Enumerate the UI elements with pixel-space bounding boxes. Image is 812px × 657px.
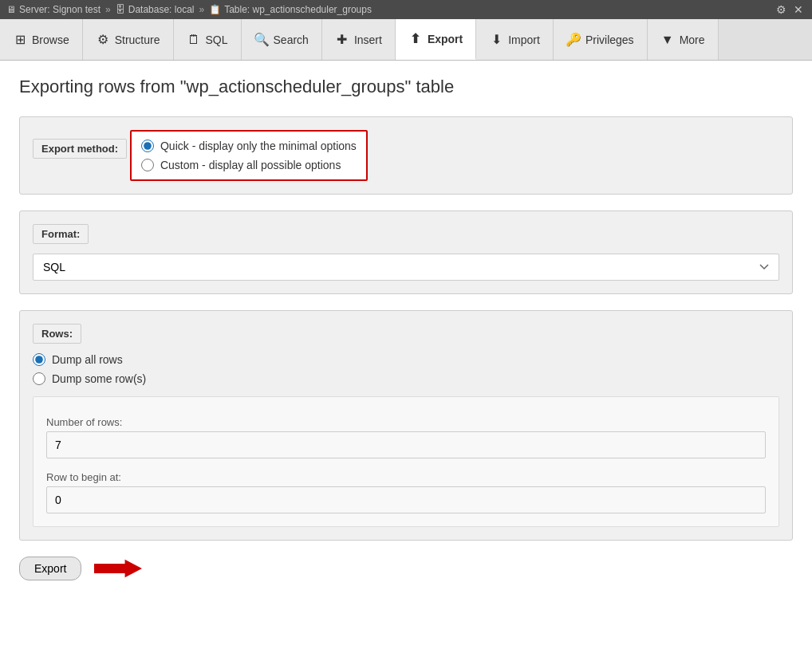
export-method-section: Export method: Quick - display only the … <box>19 116 793 195</box>
tab-structure-label: Structure <box>115 33 160 46</box>
server-icon: 🖥 <box>6 4 16 15</box>
export-method-radio-group: Quick - display only the minimal options… <box>130 130 368 181</box>
radio-dump-all-input[interactable] <box>33 353 45 366</box>
radio-dump-all-label: Dump all rows <box>52 353 123 366</box>
tab-search-label: Search <box>274 33 309 46</box>
number-of-rows-group: Number of rows: <box>46 416 766 458</box>
number-of-rows-label: Number of rows: <box>46 416 766 428</box>
tab-browse-label: Browse <box>32 33 69 46</box>
nav-tabs: ⊞ Browse ⚙ Structure 🗒 SQL 🔍 Search ✚ In… <box>0 19 812 61</box>
export-icon: ⬆ <box>408 32 423 46</box>
tab-more-label: More <box>680 33 705 46</box>
table-icon: 📋 <box>209 4 221 15</box>
tab-insert-label: Insert <box>354 33 382 46</box>
export-button[interactable]: Export <box>19 557 81 580</box>
row-begin-label: Row to begin at: <box>46 471 766 483</box>
tab-structure[interactable]: ⚙ Structure <box>83 19 174 60</box>
tab-import[interactable]: ⬇ Import <box>476 19 554 60</box>
browse-icon: ⊞ <box>13 33 27 47</box>
tab-insert[interactable]: ✚ Insert <box>322 19 396 60</box>
main-content: Exporting rows from "wp_actionscheduler_… <box>0 61 812 657</box>
radio-custom-label: Custom - display all possible options <box>160 159 341 171</box>
tab-sql-label: SQL <box>206 33 228 46</box>
rows-options: Dump all rows Dump some row(s) Number of… <box>33 353 779 527</box>
more-icon: ▼ <box>660 33 675 47</box>
tab-sql[interactable]: 🗒 SQL <box>174 19 242 60</box>
arrow-indicator <box>94 557 142 580</box>
radio-quick[interactable]: Quick - display only the minimal options <box>141 140 357 152</box>
close-icon[interactable]: ✕ <box>791 2 806 17</box>
sql-icon: 🗒 <box>187 33 201 47</box>
titlebar-controls: ⚙ ✕ <box>774 2 806 17</box>
rows-section: Rows: Dump all rows Dump some row(s) Num… <box>19 310 793 541</box>
tab-import-label: Import <box>508 33 540 46</box>
number-of-rows-input[interactable] <box>46 431 766 458</box>
format-select[interactable]: SQL CSV XML JSON <box>33 254 779 281</box>
radio-dump-some-input[interactable] <box>33 372 45 385</box>
format-section: Format: SQL CSV XML JSON <box>19 210 793 294</box>
settings-icon[interactable]: ⚙ <box>774 2 788 17</box>
radio-custom[interactable]: Custom - display all possible options <box>141 159 357 171</box>
export-btn-area: Export <box>19 557 793 580</box>
table-label: Table: wp_actionscheduler_groups <box>224 4 372 15</box>
sep2: » <box>199 4 204 15</box>
radio-quick-label: Quick - display only the minimal options <box>160 140 357 152</box>
tab-privileges-label: Privileges <box>585 33 634 46</box>
page-title: Exporting rows from "wp_actionscheduler_… <box>19 77 793 97</box>
radio-dump-some-label: Dump some row(s) <box>52 372 146 385</box>
tab-privileges[interactable]: 🔑 Privileges <box>554 19 648 60</box>
insert-icon: ✚ <box>335 33 349 47</box>
tab-export[interactable]: ⬆ Export <box>396 19 476 60</box>
privileges-icon: 🔑 <box>566 33 581 47</box>
title-bar: 🖥 Server: Signon test » 🗄 Database: loca… <box>0 0 812 19</box>
radio-custom-input[interactable] <box>141 159 154 171</box>
radio-dump-some[interactable]: Dump some row(s) <box>33 372 779 385</box>
tab-search[interactable]: 🔍 Search <box>242 19 322 60</box>
radio-dump-all[interactable]: Dump all rows <box>33 353 779 366</box>
row-begin-group: Row to begin at: <box>46 471 766 513</box>
row-begin-input[interactable] <box>46 486 766 513</box>
import-icon: ⬇ <box>489 33 503 47</box>
export-method-legend: Export method: <box>33 139 127 159</box>
rows-legend: Rows: <box>33 324 81 344</box>
tab-more[interactable]: ▼ More <box>648 19 719 60</box>
svg-marker-0 <box>94 560 142 577</box>
tab-browse[interactable]: ⊞ Browse <box>0 19 83 60</box>
tab-export-label: Export <box>428 33 463 45</box>
format-legend: Format: <box>33 224 89 244</box>
db-label: Database: local <box>128 4 195 15</box>
radio-quick-input[interactable] <box>141 140 154 152</box>
structure-icon: ⚙ <box>96 33 110 47</box>
sep1: » <box>105 4 111 15</box>
server-label: Server: Signon test <box>19 4 101 15</box>
search-icon: 🔍 <box>254 33 269 47</box>
db-icon: 🗄 <box>116 4 125 15</box>
